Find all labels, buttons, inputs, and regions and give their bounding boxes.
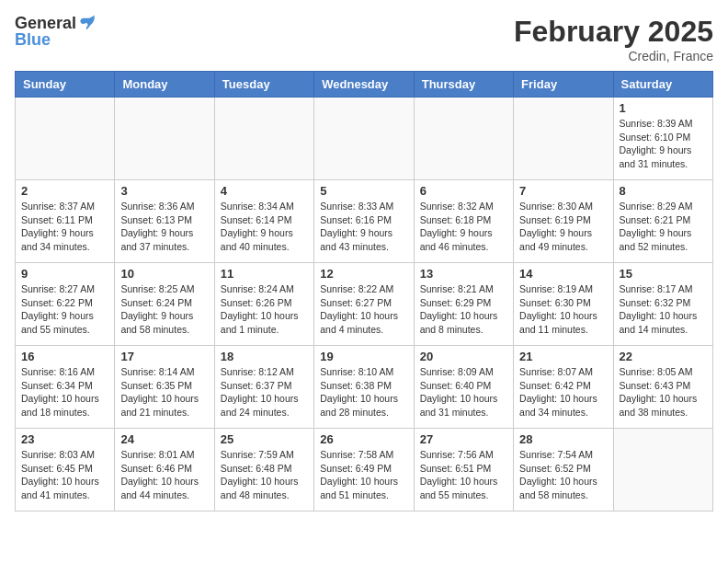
day-number: 9: [21, 267, 108, 281]
day-number: 13: [420, 267, 507, 281]
calendar-cell: 26Sunrise: 7:58 AM Sunset: 6:49 PM Dayli…: [314, 429, 414, 511]
day-number: 26: [320, 432, 407, 446]
day-number: 2: [21, 184, 108, 198]
day-info: Sunrise: 8:05 AM Sunset: 6:43 PM Dayligh…: [620, 365, 707, 419]
calendar-cell: 22Sunrise: 8:05 AM Sunset: 6:43 PM Dayli…: [613, 346, 712, 429]
logo-bird-icon: [78, 13, 97, 31]
location-subtitle: Credin, France: [514, 49, 713, 63]
calendar-cell: 7Sunrise: 8:30 AM Sunset: 6:19 PM Daylig…: [514, 180, 613, 263]
calendar-cell: 15Sunrise: 8:17 AM Sunset: 6:32 PM Dayli…: [613, 263, 712, 346]
day-info: Sunrise: 8:09 AM Sunset: 6:40 PM Dayligh…: [420, 365, 507, 419]
day-info: Sunrise: 8:29 AM Sunset: 6:21 PM Dayligh…: [620, 200, 707, 254]
calendar-cell: 9Sunrise: 8:27 AM Sunset: 6:22 PM Daylig…: [16, 263, 115, 346]
day-info: Sunrise: 8:30 AM Sunset: 6:19 PM Dayligh…: [519, 200, 607, 254]
logo-general-text: General: [15, 15, 76, 31]
day-number: 6: [420, 184, 507, 198]
day-info: Sunrise: 8:17 AM Sunset: 6:32 PM Dayligh…: [620, 282, 707, 337]
calendar-cell: 24Sunrise: 8:01 AM Sunset: 6:46 PM Dayli…: [115, 429, 214, 511]
day-number: 16: [21, 350, 108, 363]
calendar-cell: [613, 429, 712, 511]
day-info: Sunrise: 8:16 AM Sunset: 6:34 PM Dayligh…: [21, 365, 108, 419]
calendar-cell: [314, 98, 414, 180]
day-number: 11: [221, 267, 308, 281]
day-info: Sunrise: 8:21 AM Sunset: 6:29 PM Dayligh…: [420, 282, 507, 337]
calendar-table: SundayMondayTuesdayWednesdayThursdayFrid…: [15, 71, 713, 511]
week-row-1: 1Sunrise: 8:39 AM Sunset: 6:10 PM Daylig…: [16, 98, 713, 180]
month-year-title: February 2025: [514, 15, 713, 49]
day-info: Sunrise: 8:32 AM Sunset: 6:18 PM Dayligh…: [420, 200, 507, 254]
calendar-cell: 18Sunrise: 8:12 AM Sunset: 6:37 PM Dayli…: [214, 346, 313, 429]
weekday-header-monday: Monday: [115, 72, 214, 98]
day-number: 4: [221, 184, 308, 198]
day-info: Sunrise: 8:27 AM Sunset: 6:22 PM Dayligh…: [21, 282, 108, 337]
day-info: Sunrise: 8:33 AM Sunset: 6:16 PM Dayligh…: [320, 200, 407, 254]
day-number: 20: [420, 350, 507, 363]
week-row-3: 9Sunrise: 8:27 AM Sunset: 6:22 PM Daylig…: [16, 263, 713, 346]
day-number: 12: [320, 267, 407, 281]
title-block: February 2025 Credin, France: [514, 15, 713, 63]
calendar-cell: 23Sunrise: 8:03 AM Sunset: 6:45 PM Dayli…: [16, 429, 115, 511]
calendar-cell: 16Sunrise: 8:16 AM Sunset: 6:34 PM Dayli…: [16, 346, 115, 429]
day-info: Sunrise: 8:07 AM Sunset: 6:42 PM Dayligh…: [519, 365, 607, 419]
weekday-header-tuesday: Tuesday: [214, 72, 313, 98]
day-info: Sunrise: 7:58 AM Sunset: 6:49 PM Dayligh…: [320, 448, 407, 502]
day-number: 17: [120, 350, 208, 363]
calendar-cell: 20Sunrise: 8:09 AM Sunset: 6:40 PM Dayli…: [414, 346, 513, 429]
day-info: Sunrise: 8:36 AM Sunset: 6:13 PM Dayligh…: [120, 200, 208, 254]
calendar-cell: 25Sunrise: 7:59 AM Sunset: 6:48 PM Dayli…: [214, 429, 313, 511]
calendar-cell: 17Sunrise: 8:14 AM Sunset: 6:35 PM Dayli…: [115, 346, 214, 429]
calendar-cell: [16, 98, 115, 180]
weekday-header-row: SundayMondayTuesdayWednesdayThursdayFrid…: [16, 72, 713, 98]
day-info: Sunrise: 8:22 AM Sunset: 6:27 PM Dayligh…: [320, 282, 407, 337]
day-number: 5: [320, 184, 407, 198]
day-number: 22: [620, 350, 707, 363]
day-info: Sunrise: 8:39 AM Sunset: 6:10 PM Dayligh…: [620, 117, 707, 171]
weekday-header-wednesday: Wednesday: [314, 72, 414, 98]
calendar-cell: [115, 98, 214, 180]
day-number: 23: [21, 432, 108, 446]
calendar-cell: [514, 98, 613, 180]
day-info: Sunrise: 7:54 AM Sunset: 6:52 PM Dayligh…: [519, 448, 607, 502]
calendar-cell: 3Sunrise: 8:36 AM Sunset: 6:13 PM Daylig…: [115, 180, 214, 263]
logo: General Blue: [15, 15, 97, 49]
calendar-cell: 28Sunrise: 7:54 AM Sunset: 6:52 PM Dayli…: [514, 429, 613, 511]
calendar-cell: 14Sunrise: 8:19 AM Sunset: 6:30 PM Dayli…: [514, 263, 613, 346]
day-number: 10: [120, 267, 208, 281]
calendar-cell: 2Sunrise: 8:37 AM Sunset: 6:11 PM Daylig…: [16, 180, 115, 263]
weekday-header-saturday: Saturday: [613, 72, 712, 98]
week-row-4: 16Sunrise: 8:16 AM Sunset: 6:34 PM Dayli…: [16, 346, 713, 429]
day-info: Sunrise: 8:24 AM Sunset: 6:26 PM Dayligh…: [221, 282, 308, 337]
day-number: 21: [519, 350, 607, 363]
calendar-cell: [214, 98, 313, 180]
day-info: Sunrise: 8:12 AM Sunset: 6:37 PM Dayligh…: [221, 365, 308, 419]
day-info: Sunrise: 7:59 AM Sunset: 6:48 PM Dayligh…: [221, 448, 308, 502]
weekday-header-friday: Friday: [514, 72, 613, 98]
calendar-cell: 19Sunrise: 8:10 AM Sunset: 6:38 PM Dayli…: [314, 346, 414, 429]
day-number: 8: [620, 184, 707, 198]
calendar-cell: 6Sunrise: 8:32 AM Sunset: 6:18 PM Daylig…: [414, 180, 513, 263]
calendar-cell: 8Sunrise: 8:29 AM Sunset: 6:21 PM Daylig…: [613, 180, 712, 263]
day-number: 19: [320, 350, 407, 363]
day-info: Sunrise: 8:14 AM Sunset: 6:35 PM Dayligh…: [120, 365, 208, 419]
day-info: Sunrise: 7:56 AM Sunset: 6:51 PM Dayligh…: [420, 448, 507, 502]
day-number: 1: [620, 101, 707, 115]
calendar-cell: 11Sunrise: 8:24 AM Sunset: 6:26 PM Dayli…: [214, 263, 313, 346]
day-number: 3: [120, 184, 208, 198]
day-info: Sunrise: 8:19 AM Sunset: 6:30 PM Dayligh…: [519, 282, 607, 337]
calendar-cell: 13Sunrise: 8:21 AM Sunset: 6:29 PM Dayli…: [414, 263, 513, 346]
logo-blue-text: Blue: [15, 30, 51, 49]
day-number: 18: [221, 350, 308, 363]
calendar-cell: 27Sunrise: 7:56 AM Sunset: 6:51 PM Dayli…: [414, 429, 513, 511]
calendar-cell: 12Sunrise: 8:22 AM Sunset: 6:27 PM Dayli…: [314, 263, 414, 346]
day-info: Sunrise: 8:01 AM Sunset: 6:46 PM Dayligh…: [120, 448, 208, 502]
day-info: Sunrise: 8:25 AM Sunset: 6:24 PM Dayligh…: [120, 282, 208, 337]
day-number: 27: [420, 432, 507, 446]
calendar-cell: [414, 98, 513, 180]
day-info: Sunrise: 8:03 AM Sunset: 6:45 PM Dayligh…: [21, 448, 108, 502]
day-number: 25: [221, 432, 308, 446]
day-number: 14: [519, 267, 607, 281]
page-header: General Blue February 2025 Credin, Franc…: [15, 15, 713, 63]
day-number: 15: [620, 267, 707, 281]
day-number: 28: [519, 432, 607, 446]
calendar-cell: 1Sunrise: 8:39 AM Sunset: 6:10 PM Daylig…: [613, 98, 712, 180]
